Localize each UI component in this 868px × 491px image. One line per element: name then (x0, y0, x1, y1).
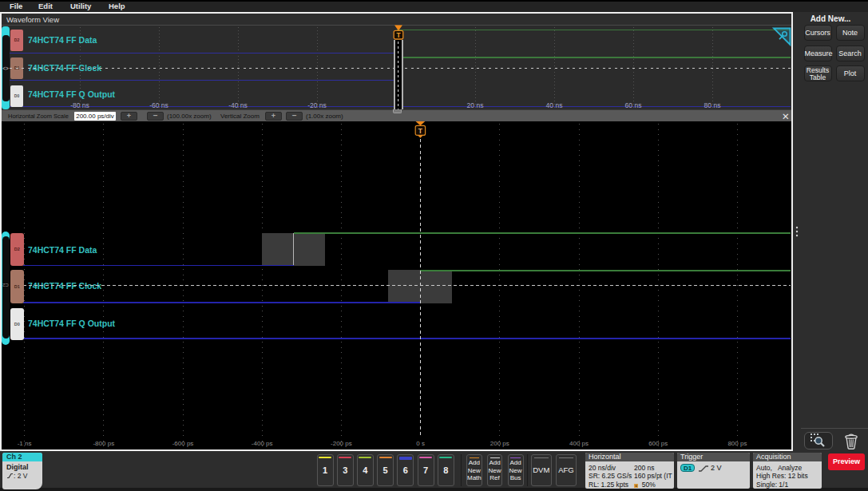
svg-text:T: T (396, 31, 401, 39)
svg-text:T: T (418, 127, 423, 135)
